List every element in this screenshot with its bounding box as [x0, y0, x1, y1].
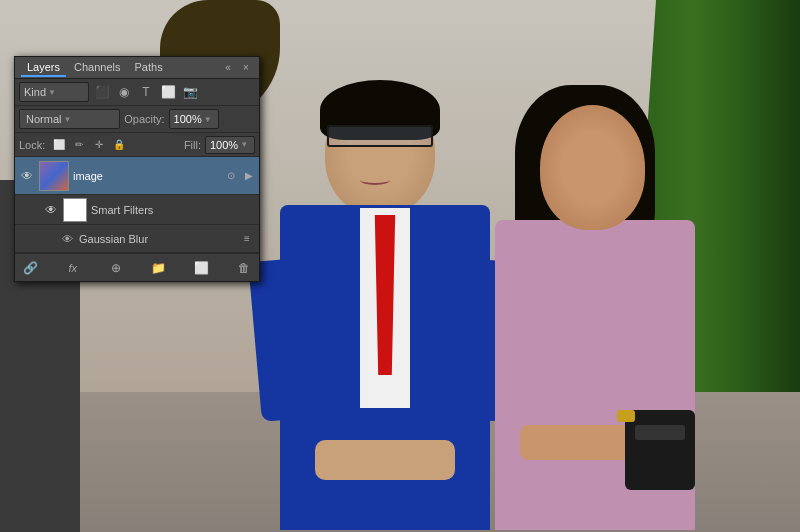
layers-content: 👁 image ⊙ ▶ 👁 Smart Filters 👁 Gaussian B… — [15, 157, 259, 253]
person-right — [490, 80, 700, 530]
tab-layers[interactable]: Layers — [21, 59, 66, 77]
blend-dropdown-arrow: ▼ — [63, 115, 71, 124]
new-fill-adj-button[interactable]: ⊕ — [107, 259, 125, 277]
fill-dropdown[interactable]: 100% ▼ — [205, 136, 255, 154]
lock-label: Lock: — [19, 139, 45, 151]
gaussian-blur-row: 👁 Gaussian Blur ≡ — [15, 225, 259, 253]
lock-position-icon[interactable]: ✛ — [91, 137, 107, 153]
fill-dropdown-arrow: ▼ — [240, 140, 248, 149]
kind-filter-icons: ⬛ ◉ T ⬜ 📷 — [93, 83, 199, 101]
delete-layer-button[interactable]: 🗑 — [235, 259, 253, 277]
adjustment-filter-icon[interactable]: ◉ — [115, 83, 133, 101]
gaussian-visibility-eye[interactable]: 👁 — [59, 231, 75, 247]
panel-controls: « × — [221, 61, 253, 75]
kind-dropdown[interactable]: Kind ▼ — [19, 82, 89, 102]
new-layer-button[interactable]: ⬜ — [192, 259, 210, 277]
opacity-row: Opacity: 100% ▼ — [124, 109, 255, 129]
tab-channels[interactable]: Channels — [68, 59, 126, 77]
layer-name: image — [73, 170, 219, 182]
opacity-dropdown[interactable]: 100% ▼ — [169, 109, 219, 129]
fill-value: 100% — [210, 139, 238, 151]
smart-filters-visibility[interactable]: 👁 — [43, 202, 59, 218]
lock-brush-icon[interactable]: ✏ — [71, 137, 87, 153]
blend-mode-dropdown[interactable]: Normal ▼ — [19, 109, 120, 129]
opacity-value: 100% — [174, 113, 202, 125]
smart-filter-thumbnail — [63, 198, 87, 222]
kind-toolbar: Kind ▼ ⬛ ◉ T ⬜ 📷 — [15, 79, 259, 106]
kind-label: Kind — [24, 86, 46, 98]
shape-filter-icon[interactable]: ⬜ — [159, 83, 177, 101]
collapse-button[interactable]: « — [221, 61, 235, 75]
fill-row: Fill: 100% ▼ — [184, 136, 255, 154]
lock-pixels-icon[interactable]: ⬜ — [51, 137, 67, 153]
lock-all-icon[interactable]: 🔒 — [111, 137, 127, 153]
panel-tabs: Layers Channels Paths — [21, 59, 169, 77]
kind-dropdown-arrow: ▼ — [48, 88, 56, 97]
gaussian-options-icon[interactable]: ≡ — [239, 231, 255, 247]
lock-icons: ⬜ ✏ ✛ 🔒 — [51, 137, 127, 153]
layer-thumbnail-preview — [40, 162, 68, 190]
gaussian-blur-label: Gaussian Blur — [79, 233, 235, 245]
layers-panel: Layers Channels Paths « × Kind ▼ ⬛ ◉ T ⬜… — [14, 56, 260, 282]
type-filter-icon[interactable]: T — [137, 83, 155, 101]
new-group-button[interactable]: 📁 — [149, 259, 167, 277]
smart-filters-label: Smart Filters — [91, 204, 153, 216]
layer-visibility-eye[interactable]: 👁 — [19, 168, 35, 184]
link-layers-button[interactable]: 🔗 — [21, 259, 39, 277]
layer-filter-badge: ⊙ — [223, 168, 239, 184]
panel-titlebar: Layers Channels Paths « × — [15, 57, 259, 79]
panel-bottom-toolbar: 🔗 fx ⊕ 📁 ⬜ 🗑 — [15, 253, 259, 281]
opacity-label: Opacity: — [124, 113, 164, 125]
image-layer-row[interactable]: 👁 image ⊙ ▶ — [15, 157, 259, 195]
fx-button[interactable]: fx — [64, 259, 82, 277]
smart-filter-icon[interactable]: 📷 — [181, 83, 199, 101]
smart-filters-row: 👁 Smart Filters — [15, 195, 259, 225]
layer-thumbnail — [39, 161, 69, 191]
blend-opacity-row: Normal ▼ Opacity: 100% ▼ — [15, 106, 259, 133]
fill-label: Fill: — [184, 139, 201, 151]
person-center — [265, 60, 505, 530]
close-button[interactable]: × — [239, 61, 253, 75]
layer-disclosure-arrow[interactable]: ▶ — [243, 170, 255, 182]
blend-mode-value: Normal — [26, 113, 61, 125]
lock-row: Lock: ⬜ ✏ ✛ 🔒 Fill: 100% ▼ — [15, 133, 259, 157]
opacity-dropdown-arrow: ▼ — [204, 115, 212, 124]
pixel-filter-icon[interactable]: ⬛ — [93, 83, 111, 101]
tab-paths[interactable]: Paths — [129, 59, 169, 77]
